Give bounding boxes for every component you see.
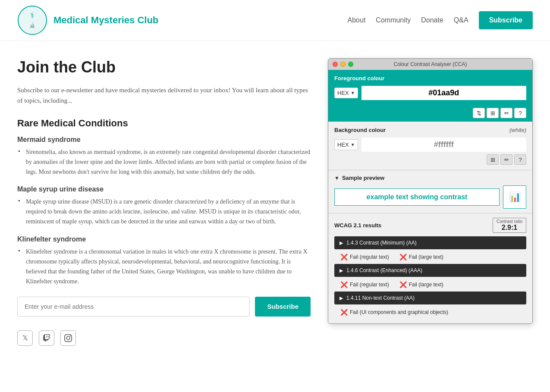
cca-bg-label-row: Background colour (white) xyxy=(334,127,526,133)
nav-community[interactable]: Community xyxy=(376,16,411,24)
cca-panel: Colour Contrast Analyser (CCA) Foregroun… xyxy=(328,58,533,324)
cca-contrast-box: Contrast ratio 2.9:1 xyxy=(493,218,526,233)
cca-fg-color-row: HEX ▼ xyxy=(334,86,526,100)
cca-bg-help-button[interactable]: ? xyxy=(514,154,526,165)
cca-criterion-aa-arrow: ▶ xyxy=(339,240,343,246)
instagram-icon[interactable] xyxy=(60,330,76,346)
cca-nontext-fail-icon: ❌ xyxy=(340,309,348,316)
condition-msud-list: Maple syrup urine disease (MSUD) is a ra… xyxy=(17,197,311,226)
twitch-icon[interactable] xyxy=(39,330,54,346)
cca-criterion-nontext-label: 1.4.11 Non-text Contrast (AA) xyxy=(346,295,415,301)
cca-criterion-aaa[interactable]: ▶ 1.4.6 Contrast (Enhanced) (AAA) xyxy=(334,264,526,277)
cca-fg-format-value: HEX xyxy=(337,90,349,96)
condition-mermaid-item: Sirenomelia, also known as mermaid syndr… xyxy=(17,147,311,177)
window-close-button[interactable] xyxy=(333,62,338,67)
cca-aa-fail-regular-icon: ❌ xyxy=(340,254,348,260)
cca-aa-fail-large-text: Fail (large text) xyxy=(409,254,443,260)
cca-fg-tools: ⇅ ⊞ ✏ ? xyxy=(328,105,532,122)
cca-preview-triangle: ▼ xyxy=(334,175,339,181)
cca-aaa-results: ❌ Fail (regular text) ❌ Fail (large text… xyxy=(334,279,526,292)
cca-bg-format-value: HEX xyxy=(337,141,349,148)
form-subscribe-button[interactable]: Subscribe xyxy=(255,297,311,317)
condition-msud: Maple syrup urine disease Maple syrup ur… xyxy=(17,185,311,226)
twitter-icon[interactable]: 𝕏 xyxy=(17,330,33,346)
cca-aaa-result-regular: ❌ Fail (regular text) xyxy=(340,281,389,288)
cca-criterion-aaa-arrow: ▶ xyxy=(339,268,343,273)
cca-aa-result-regular: ❌ Fail (regular text) xyxy=(340,254,389,260)
cca-bg-color-input[interactable] xyxy=(361,138,526,152)
condition-klinefelter-list: Klinefelter syndrome is a chromosomal va… xyxy=(17,247,311,286)
cca-contrast-ratio-label: Contrast ratio xyxy=(497,219,522,224)
cca-bg-dropdown-arrow: ▼ xyxy=(351,142,355,147)
cca-preview-label: Sample preview xyxy=(342,175,384,181)
nav-donate[interactable]: Donate xyxy=(421,16,443,24)
cca-chart-button[interactable]: 📊 xyxy=(503,185,526,209)
cca-preview-box: example text showing contrast 📊 xyxy=(334,185,526,209)
cca-window-buttons xyxy=(333,62,353,67)
cca-bg-picker-button[interactable]: ✏ xyxy=(500,154,512,165)
cca-wcag-section: WCAG 2.1 results Contrast ratio 2.9:1 ▶ … xyxy=(328,213,532,323)
cca-foreground-section: Foreground colour HEX ▼ xyxy=(328,70,532,105)
window-minimize-button[interactable] xyxy=(340,62,346,67)
svg-text:🔬: 🔬 xyxy=(29,22,35,28)
social-icons: 𝕏 xyxy=(17,330,311,346)
page-title: Join the Club xyxy=(17,58,311,76)
main-layout: Join the Club Subscribe to our e-newslet… xyxy=(0,41,550,363)
cca-aaa-fail-large-text: Fail (large text) xyxy=(409,282,443,288)
logo-area: ⚕ 🔬 Medical Mysteries Club xyxy=(17,5,158,35)
cca-bg-format-select[interactable]: HEX ▼ xyxy=(334,139,358,150)
cca-preview-section: ▼ Sample preview example text showing co… xyxy=(328,170,532,213)
cca-aaa-fail-large-icon: ❌ xyxy=(399,281,407,288)
cca-background-section: Background colour (white) HEX ▼ ⊞ ✏ ? xyxy=(328,122,532,170)
cca-aa-result-large: ❌ Fail (large text) xyxy=(399,254,443,260)
condition-mermaid: Mermaid syndrome Sirenomelia, also known… xyxy=(17,136,311,177)
content-area: Join the Club Subscribe to our e-newslet… xyxy=(17,58,311,346)
cca-aaa-fail-regular-icon: ❌ xyxy=(340,281,348,288)
cca-fg-settings-button[interactable]: ⊞ xyxy=(487,108,499,118)
cca-criterion-nontext-arrow: ▶ xyxy=(339,295,343,301)
cca-nontext-result-ui: ❌ Fail (UI components and graphical obje… xyxy=(340,309,448,316)
cca-bg-settings-button[interactable]: ⊞ xyxy=(487,154,499,165)
cca-fg-swap-button[interactable]: ⇅ xyxy=(473,108,485,118)
window-maximize-button[interactable] xyxy=(348,62,353,67)
cca-titlebar: Colour Contrast Analyser (CCA) xyxy=(328,59,532,70)
cca-aaa-fail-regular-text: Fail (regular text) xyxy=(350,282,389,288)
cca-fg-color-input[interactable] xyxy=(361,86,526,100)
cca-nontext-fail-text: Fail (UI components and graphical object… xyxy=(350,309,448,315)
cca-criterion-aa[interactable]: ▶ 1.4.3 Contrast (Minimum) (AA) xyxy=(334,236,526,249)
cca-nontext-results: ❌ Fail (UI components and graphical obje… xyxy=(334,306,526,319)
nav-qa[interactable]: Q&A xyxy=(454,16,468,24)
cca-contrast-ratio-value: 2.9:1 xyxy=(502,224,517,231)
cca-bg-tools: ⊞ ✏ ? xyxy=(334,154,526,165)
cca-bg-color-row: HEX ▼ xyxy=(334,138,526,152)
section-heading: Rare Medical Conditions xyxy=(17,118,311,129)
cca-aa-fail-regular-text: Fail (regular text) xyxy=(350,254,389,260)
condition-klinefelter: Klinefelter syndrome Klinefelter syndrom… xyxy=(17,235,311,286)
svg-point-0 xyxy=(18,6,47,34)
condition-klinefelter-item: Klinefelter syndrome is a chromosomal va… xyxy=(17,247,311,286)
cca-fg-picker-button[interactable]: ✏ xyxy=(500,108,512,118)
intro-text: Subscribe to our e-newsletter and have m… xyxy=(17,85,311,106)
nav-about[interactable]: About xyxy=(348,16,366,24)
email-input[interactable] xyxy=(17,297,250,317)
header: ⚕ 🔬 Medical Mysteries Club About Communi… xyxy=(0,0,550,41)
cca-bg-white-label: (white) xyxy=(509,127,526,133)
site-title: Medical Mysteries Club xyxy=(53,15,158,26)
cca-sample-text: example text showing contrast xyxy=(334,188,500,206)
cca-criterion-aaa-label: 1.4.6 Contrast (Enhanced) (AAA) xyxy=(346,267,422,273)
cca-bg-label: Background colour xyxy=(334,127,386,133)
subscribe-form: Subscribe xyxy=(17,297,311,317)
condition-mermaid-heading: Mermaid syndrome xyxy=(17,136,311,144)
cca-fg-help-button[interactable]: ? xyxy=(514,108,526,118)
condition-msud-heading: Maple syrup urine disease xyxy=(17,185,311,193)
cca-criterion-nontext[interactable]: ▶ 1.4.11 Non-text Contrast (AA) xyxy=(334,292,526,304)
condition-klinefelter-heading: Klinefelter syndrome xyxy=(17,235,311,243)
cca-fg-format-select[interactable]: HEX ▼ xyxy=(334,88,358,98)
header-subscribe-button[interactable]: Subscribe xyxy=(479,11,533,29)
cca-wcag-title: WCAG 2.1 results xyxy=(334,222,381,229)
condition-msud-item: Maple syrup urine disease (MSUD) is a ra… xyxy=(17,197,311,226)
cca-wcag-header: WCAG 2.1 results Contrast ratio 2.9:1 xyxy=(334,218,526,233)
main-nav: About Community Donate Q&A Subscribe xyxy=(348,11,533,29)
cca-title: Colour Contrast Analyser (CCA) xyxy=(393,61,467,67)
cca-aa-results: ❌ Fail (regular text) ❌ Fail (large text… xyxy=(334,251,526,264)
